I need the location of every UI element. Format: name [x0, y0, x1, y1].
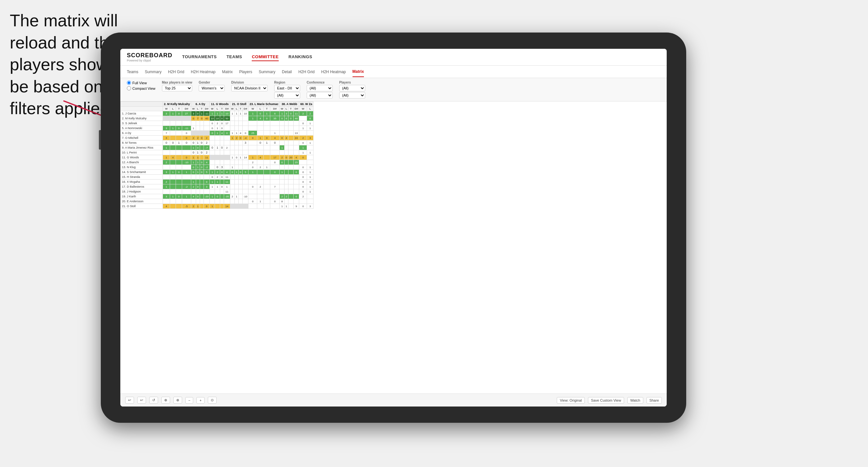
tab-h2h-grid[interactable]: H2H Grid [168, 67, 184, 77]
cell: 1 [280, 204, 285, 209]
tab-summary[interactable]: Summary [145, 67, 161, 77]
cell [182, 175, 191, 180]
cell [242, 165, 248, 170]
cell [288, 160, 293, 165]
watch-button[interactable]: Watch [627, 397, 643, 404]
reset-view-button[interactable]: ⊙ [208, 397, 217, 404]
cell [224, 141, 230, 145]
cell: 1 [248, 111, 257, 116]
cell: 1 [235, 170, 239, 175]
max-players-select[interactable]: Top 25 Top 50 [162, 85, 192, 91]
cell: 1 [191, 145, 196, 150]
conference-select[interactable]: (All) [307, 85, 333, 91]
cell [288, 170, 293, 175]
cell: 1 [270, 131, 279, 135]
tablet-side-button [99, 130, 101, 150]
cell [215, 155, 220, 160]
nav-tournaments[interactable]: TOURNAMENTS [182, 53, 217, 61]
cell [215, 135, 220, 141]
save-custom-button[interactable]: Save Custom View [588, 397, 624, 404]
full-view-radio[interactable] [127, 81, 131, 85]
col-header-3: 11. G Woods [210, 102, 230, 107]
cell [248, 145, 257, 150]
cell [264, 175, 270, 180]
cell [163, 199, 170, 204]
cell [242, 126, 248, 131]
cell: 2 [191, 204, 196, 209]
tab-matrix2[interactable]: Matrix [352, 67, 364, 77]
tab-h2h-heatmap2[interactable]: H2H Heatmap [321, 67, 346, 77]
tab-h2h-heatmap[interactable]: H2H Heatmap [191, 67, 216, 77]
tab-teams[interactable]: Teams [127, 67, 138, 77]
nav-teams[interactable]: TEAMS [226, 53, 242, 61]
cell: 6 [270, 111, 279, 116]
cell [182, 145, 191, 150]
cell: 1 [210, 194, 215, 199]
cell: 0 [299, 175, 307, 180]
undo-button[interactable]: ↩ [125, 397, 134, 404]
share-button[interactable]: Share [647, 397, 662, 404]
table-row: 19. J Karih 3 1 0 1 4 0 -20 1 0 [121, 194, 313, 199]
players-select[interactable]: (All) [339, 85, 365, 91]
division-select[interactable]: NCAA Division II NCAA Division I [231, 85, 268, 91]
table-row: 17. D Ballesteros 1 -2 2 0 3 1 1 0 [121, 184, 313, 189]
refresh-button[interactable]: ↺ [149, 397, 158, 404]
wlt-w3: W [210, 107, 215, 111]
cell [230, 145, 235, 150]
col-header-5: 23. L Marie Schumac [248, 102, 280, 107]
gender-select[interactable]: Women's Men's [199, 85, 225, 91]
region-select[interactable]: East - DII (All) [274, 85, 300, 91]
tab-summary2[interactable]: Summary [258, 67, 275, 77]
zoom-in-button[interactable]: + [196, 397, 204, 404]
cell: 1 [182, 194, 191, 199]
cell [200, 155, 204, 160]
cell: 2 [299, 194, 307, 199]
cell: 0 [191, 116, 196, 121]
cell: -7 [204, 145, 210, 150]
cell: 0 [248, 184, 257, 189]
cell [200, 145, 204, 150]
cell [242, 175, 248, 180]
cell [293, 175, 299, 180]
cell [239, 165, 243, 170]
wlt-w5: W [248, 107, 257, 111]
cell [257, 189, 264, 194]
tab-matrix[interactable]: Matrix [222, 67, 233, 77]
cell: 0 [210, 175, 215, 180]
zoom-out-button[interactable]: − [185, 397, 193, 404]
tab-detail[interactable]: Detail [282, 67, 292, 77]
copy-button[interactable]: ⊕ [173, 397, 182, 404]
compact-view-radio[interactable] [127, 86, 131, 90]
cell [293, 199, 299, 204]
conference-sub-select[interactable]: (All) [307, 92, 333, 98]
cell [170, 131, 176, 135]
players-sub-select[interactable]: (All) [339, 92, 365, 98]
wlt-l2: L [196, 107, 200, 111]
wlt-t1: T [176, 107, 182, 111]
cell [242, 160, 248, 165]
tab-players[interactable]: Players [239, 67, 252, 77]
cell [200, 184, 204, 189]
cell: 35 [270, 116, 279, 121]
full-view-option[interactable]: Full View [127, 81, 155, 85]
nav-rankings[interactable]: RANKINGS [288, 53, 312, 61]
cell [230, 180, 235, 184]
nav-committee[interactable]: COMMITTEE [252, 53, 279, 61]
cell [215, 199, 220, 204]
cell [200, 126, 204, 131]
cell: -2 [204, 165, 210, 170]
cell: 6 [307, 116, 313, 121]
tab-h2h-grid2[interactable]: H2H Grid [298, 67, 314, 77]
view-original-button[interactable]: View: Original [557, 397, 585, 404]
compact-view-option[interactable]: Compact View [127, 86, 155, 90]
cell: 27 [182, 111, 191, 116]
add-button[interactable]: ⊕ [161, 397, 170, 404]
cell [196, 121, 200, 126]
cell [235, 160, 239, 165]
region-sub-select[interactable]: (All) [274, 92, 300, 98]
max-players-label: Max players in view [162, 81, 192, 84]
redo-button[interactable]: ↩ [137, 397, 146, 404]
wlt-l3: L [215, 107, 220, 111]
cell: 0 [196, 184, 200, 189]
cell [242, 189, 248, 194]
